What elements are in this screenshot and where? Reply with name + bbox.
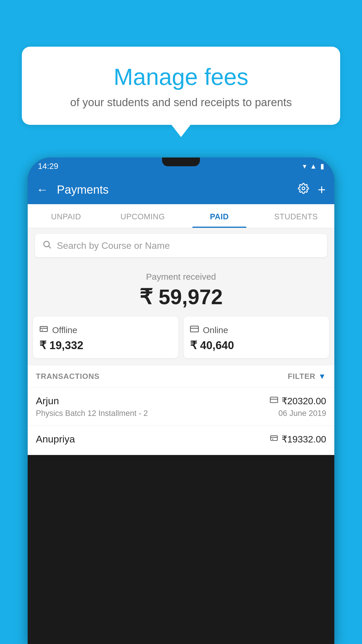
transaction-name: Anupriya	[36, 433, 75, 445]
tab-upcoming[interactable]: UPCOMING	[104, 204, 181, 228]
transaction-date: 06 June 2019	[278, 409, 326, 418]
transaction-amount: ₹20320.00	[282, 396, 326, 407]
svg-rect-10	[270, 436, 277, 440]
filter-icon: ▼	[318, 372, 326, 381]
offline-label: Offline	[52, 325, 77, 335]
transaction-course: Physics Batch 12 Installment - 2	[36, 409, 148, 418]
app-bar-actions: +	[298, 182, 326, 197]
bubble-title: Manage fees	[36, 64, 326, 90]
online-icon	[190, 325, 199, 335]
app-title: Payments	[57, 183, 292, 196]
filter-button[interactable]: FILTER ▼	[288, 372, 326, 381]
svg-line-2	[49, 246, 51, 248]
tab-students[interactable]: STUDENTS	[258, 204, 334, 228]
transaction-top-row: Arjun ₹20320.00	[36, 395, 326, 407]
transactions-label: TRANSACTIONS	[36, 372, 100, 381]
online-amount: ₹ 40,640	[190, 339, 323, 352]
status-icons: ▾ ▲ ▮	[303, 162, 324, 170]
filter-label: FILTER	[288, 372, 315, 381]
search-placeholder-text: Search by Course or Name	[57, 240, 170, 251]
svg-rect-3	[40, 326, 48, 332]
battery-icon: ▮	[320, 162, 324, 170]
signal-icon: ▲	[310, 162, 317, 170]
search-icon	[42, 240, 52, 251]
offline-payment-icon	[270, 434, 278, 444]
transactions-header: TRANSACTIONS FILTER ▼	[28, 365, 334, 388]
payment-cards: Offline ₹ 19,332 Online ₹ 40,640	[28, 316, 334, 365]
svg-rect-8	[270, 397, 278, 403]
transaction-name: Arjun	[36, 395, 59, 407]
add-icon[interactable]: +	[318, 182, 326, 197]
svg-point-0	[302, 187, 305, 190]
transaction-amount-row: ₹19332.00	[270, 434, 326, 445]
transaction-amount: ₹19332.00	[282, 434, 326, 445]
settings-icon[interactable]	[298, 183, 309, 197]
tab-unpaid[interactable]: UNPAID	[28, 204, 104, 228]
search-container: Search by Course or Name	[28, 228, 334, 263]
online-card: Online ₹ 40,640	[184, 316, 329, 358]
offline-card-header: Offline	[39, 325, 172, 335]
speech-bubble: Manage fees of your students and send re…	[22, 47, 340, 125]
online-label: Online	[203, 325, 228, 335]
search-bar[interactable]: Search by Course or Name	[35, 234, 327, 257]
tab-paid[interactable]: PAID	[181, 204, 258, 228]
payment-total-amount: ₹ 59,972	[34, 285, 328, 309]
notch	[162, 158, 200, 166]
tab-bar: UNPAID UPCOMING PAID STUDENTS	[28, 204, 334, 228]
online-payment-icon	[270, 396, 278, 406]
offline-amount: ₹ 19,332	[39, 339, 172, 352]
app-bar: ← Payments +	[28, 175, 334, 204]
payment-received-label: Payment received	[34, 272, 328, 282]
svg-point-1	[44, 241, 49, 247]
wifi-icon: ▾	[303, 162, 306, 170]
transaction-bottom-row: Physics Batch 12 Installment - 2 06 June…	[36, 409, 326, 418]
back-button[interactable]: ←	[36, 183, 48, 196]
online-card-header: Online	[190, 325, 323, 335]
bubble-subtitle: of your students and send receipts to pa…	[36, 96, 326, 109]
offline-card: Offline ₹ 19,332	[33, 316, 178, 358]
transaction-amount-row: ₹20320.00	[270, 396, 326, 407]
transaction-row[interactable]: Arjun ₹20320.00 Physics Batch 12 Install…	[28, 388, 334, 426]
transaction-top-row: Anupriya ₹19332.00	[36, 433, 326, 445]
payment-summary: Payment received ₹ 59,972	[28, 263, 334, 316]
transaction-row[interactable]: Anupriya ₹19332.00	[28, 426, 334, 455]
status-bar: 14:29 ▾ ▲ ▮	[28, 158, 334, 175]
phone-frame: 14:29 ▾ ▲ ▮ ← Payments + UNPAID UPCOMING…	[28, 158, 334, 644]
svg-rect-6	[190, 326, 198, 332]
offline-icon	[39, 325, 48, 335]
status-time: 14:29	[38, 162, 58, 171]
